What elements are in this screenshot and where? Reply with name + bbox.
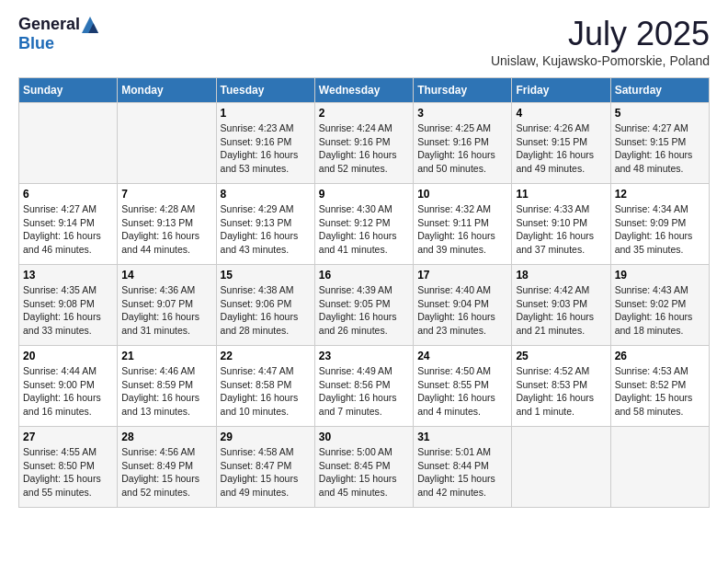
- day-info: Sunrise: 4:25 AM Sunset: 9:16 PM Dayligh…: [417, 121, 507, 176]
- calendar-day-12: 12Sunrise: 4:34 AM Sunset: 9:09 PM Dayli…: [610, 184, 709, 265]
- day-number: 15: [221, 269, 311, 282]
- calendar-day-21: 21Sunrise: 4:46 AM Sunset: 8:59 PM Dayli…: [118, 346, 216, 427]
- day-info: Sunrise: 5:00 AM Sunset: 8:45 PM Dayligh…: [319, 445, 409, 500]
- day-number: 16: [319, 269, 409, 282]
- calendar-day-30: 30Sunrise: 5:00 AM Sunset: 8:45 PM Dayli…: [314, 427, 413, 508]
- day-info: Sunrise: 4:50 AM Sunset: 8:55 PM Dayligh…: [417, 364, 507, 419]
- calendar-day-6: 6Sunrise: 4:27 AM Sunset: 9:14 PM Daylig…: [19, 184, 118, 265]
- day-info: Sunrise: 4:40 AM Sunset: 9:04 PM Dayligh…: [417, 283, 507, 338]
- logo: General Blue: [18, 15, 98, 53]
- day-info: Sunrise: 4:58 AM Sunset: 8:47 PM Dayligh…: [221, 445, 311, 500]
- title-block: July 2025 Unislaw, Kujawsko-Pomorskie, P…: [491, 15, 710, 68]
- calendar-day-27: 27Sunrise: 4:55 AM Sunset: 8:50 PM Dayli…: [19, 427, 118, 508]
- calendar-day-10: 10Sunrise: 4:32 AM Sunset: 9:11 PM Dayli…: [414, 184, 512, 265]
- day-info: Sunrise: 4:27 AM Sunset: 9:15 PM Dayligh…: [615, 121, 705, 176]
- day-number: 1: [221, 107, 311, 120]
- day-number: 20: [23, 350, 113, 362]
- header-wednesday: Wednesday: [314, 78, 413, 103]
- calendar-empty-cell: [610, 427, 709, 508]
- day-info: Sunrise: 4:46 AM Sunset: 8:59 PM Dayligh…: [121, 364, 211, 419]
- calendar-day-18: 18Sunrise: 4:42 AM Sunset: 9:03 PM Dayli…: [512, 265, 610, 346]
- calendar-day-2: 2Sunrise: 4:24 AM Sunset: 9:16 PM Daylig…: [314, 103, 413, 184]
- day-info: Sunrise: 4:26 AM Sunset: 9:15 PM Dayligh…: [516, 121, 606, 176]
- day-number: 12: [615, 188, 705, 201]
- day-info: Sunrise: 4:39 AM Sunset: 9:05 PM Dayligh…: [319, 283, 409, 338]
- calendar-day-28: 28Sunrise: 4:56 AM Sunset: 8:49 PM Dayli…: [118, 427, 216, 508]
- day-number: 18: [516, 269, 606, 282]
- calendar-day-14: 14Sunrise: 4:36 AM Sunset: 9:07 PM Dayli…: [118, 265, 216, 346]
- calendar-day-13: 13Sunrise: 4:35 AM Sunset: 9:08 PM Dayli…: [19, 265, 118, 346]
- calendar-day-19: 19Sunrise: 4:43 AM Sunset: 9:02 PM Dayli…: [610, 265, 709, 346]
- page-header: General Blue July 2025 Unislaw, Kujawsko…: [18, 15, 710, 68]
- day-number: 8: [221, 188, 311, 201]
- day-info: Sunrise: 4:49 AM Sunset: 8:56 PM Dayligh…: [319, 364, 409, 419]
- calendar-day-24: 24Sunrise: 4:50 AM Sunset: 8:55 PM Dayli…: [414, 346, 512, 427]
- day-info: Sunrise: 4:28 AM Sunset: 9:13 PM Dayligh…: [121, 202, 211, 257]
- calendar-week-row: 1Sunrise: 4:23 AM Sunset: 9:16 PM Daylig…: [19, 103, 710, 184]
- day-number: 2: [319, 107, 409, 120]
- day-info: Sunrise: 4:33 AM Sunset: 9:10 PM Dayligh…: [516, 202, 606, 257]
- day-number: 21: [121, 350, 211, 362]
- calendar-day-20: 20Sunrise: 4:44 AM Sunset: 9:00 PM Dayli…: [19, 346, 118, 427]
- day-info: Sunrise: 5:01 AM Sunset: 8:44 PM Dayligh…: [417, 445, 507, 500]
- calendar-header-row: SundayMondayTuesdayWednesdayThursdayFrid…: [19, 78, 710, 103]
- calendar-day-7: 7Sunrise: 4:28 AM Sunset: 9:13 PM Daylig…: [118, 184, 216, 265]
- day-number: 23: [319, 350, 409, 362]
- day-info: Sunrise: 4:56 AM Sunset: 8:49 PM Dayligh…: [121, 445, 211, 500]
- calendar-day-1: 1Sunrise: 4:23 AM Sunset: 9:16 PM Daylig…: [216, 103, 314, 184]
- day-number: 25: [516, 350, 606, 362]
- header-monday: Monday: [118, 78, 216, 103]
- calendar-day-29: 29Sunrise: 4:58 AM Sunset: 8:47 PM Dayli…: [216, 427, 314, 508]
- header-saturday: Saturday: [610, 78, 709, 103]
- day-number: 24: [417, 350, 507, 362]
- day-info: Sunrise: 4:55 AM Sunset: 8:50 PM Dayligh…: [23, 445, 113, 500]
- calendar-day-22: 22Sunrise: 4:47 AM Sunset: 8:58 PM Dayli…: [216, 346, 314, 427]
- day-info: Sunrise: 4:27 AM Sunset: 9:14 PM Dayligh…: [23, 202, 113, 257]
- header-tuesday: Tuesday: [216, 78, 314, 103]
- day-info: Sunrise: 4:23 AM Sunset: 9:16 PM Dayligh…: [221, 121, 311, 176]
- day-info: Sunrise: 4:29 AM Sunset: 9:13 PM Dayligh…: [221, 202, 311, 257]
- day-number: 13: [23, 269, 113, 282]
- calendar-day-25: 25Sunrise: 4:52 AM Sunset: 8:53 PM Dayli…: [512, 346, 610, 427]
- logo-general-text: General: [18, 15, 80, 34]
- logo-icon: [82, 17, 98, 33]
- calendar-day-3: 3Sunrise: 4:25 AM Sunset: 9:16 PM Daylig…: [414, 103, 512, 184]
- header-sunday: Sunday: [19, 78, 118, 103]
- day-info: Sunrise: 4:43 AM Sunset: 9:02 PM Dayligh…: [615, 283, 705, 338]
- day-number: 26: [615, 350, 705, 362]
- header-friday: Friday: [512, 78, 610, 103]
- day-number: 6: [23, 188, 113, 201]
- day-info: Sunrise: 4:24 AM Sunset: 9:16 PM Dayligh…: [319, 121, 409, 176]
- day-number: 10: [417, 188, 507, 201]
- calendar-day-4: 4Sunrise: 4:26 AM Sunset: 9:15 PM Daylig…: [512, 103, 610, 184]
- day-number: 17: [417, 269, 507, 282]
- calendar-day-23: 23Sunrise: 4:49 AM Sunset: 8:56 PM Dayli…: [314, 346, 413, 427]
- day-number: 11: [516, 188, 606, 201]
- day-number: 19: [615, 269, 705, 282]
- calendar-day-26: 26Sunrise: 4:53 AM Sunset: 8:52 PM Dayli…: [610, 346, 709, 427]
- calendar-day-31: 31Sunrise: 5:01 AM Sunset: 8:44 PM Dayli…: [414, 427, 512, 508]
- calendar-week-row: 6Sunrise: 4:27 AM Sunset: 9:14 PM Daylig…: [19, 184, 710, 265]
- day-info: Sunrise: 4:36 AM Sunset: 9:07 PM Dayligh…: [121, 283, 211, 338]
- calendar-day-5: 5Sunrise: 4:27 AM Sunset: 9:15 PM Daylig…: [610, 103, 709, 184]
- day-info: Sunrise: 4:38 AM Sunset: 9:06 PM Dayligh…: [221, 283, 311, 338]
- day-info: Sunrise: 4:35 AM Sunset: 9:08 PM Dayligh…: [23, 283, 113, 338]
- calendar-day-11: 11Sunrise: 4:33 AM Sunset: 9:10 PM Dayli…: [512, 184, 610, 265]
- calendar-day-8: 8Sunrise: 4:29 AM Sunset: 9:13 PM Daylig…: [216, 184, 314, 265]
- calendar-empty-cell: [512, 427, 610, 508]
- calendar-week-row: 13Sunrise: 4:35 AM Sunset: 9:08 PM Dayli…: [19, 265, 710, 346]
- day-info: Sunrise: 4:32 AM Sunset: 9:11 PM Dayligh…: [417, 202, 507, 257]
- day-info: Sunrise: 4:52 AM Sunset: 8:53 PM Dayligh…: [516, 364, 606, 419]
- header-thursday: Thursday: [414, 78, 512, 103]
- day-number: 7: [121, 188, 211, 201]
- location-subtitle: Unislaw, Kujawsko-Pomorskie, Poland: [491, 53, 710, 68]
- calendar-day-17: 17Sunrise: 4:40 AM Sunset: 9:04 PM Dayli…: [414, 265, 512, 346]
- day-number: 22: [221, 350, 311, 362]
- day-number: 27: [23, 431, 113, 443]
- calendar-empty-cell: [118, 103, 216, 184]
- day-number: 30: [319, 431, 409, 443]
- calendar-week-row: 20Sunrise: 4:44 AM Sunset: 9:00 PM Dayli…: [19, 346, 710, 427]
- month-title: July 2025: [491, 15, 710, 53]
- day-number: 9: [319, 188, 409, 201]
- day-info: Sunrise: 4:42 AM Sunset: 9:03 PM Dayligh…: [516, 283, 606, 338]
